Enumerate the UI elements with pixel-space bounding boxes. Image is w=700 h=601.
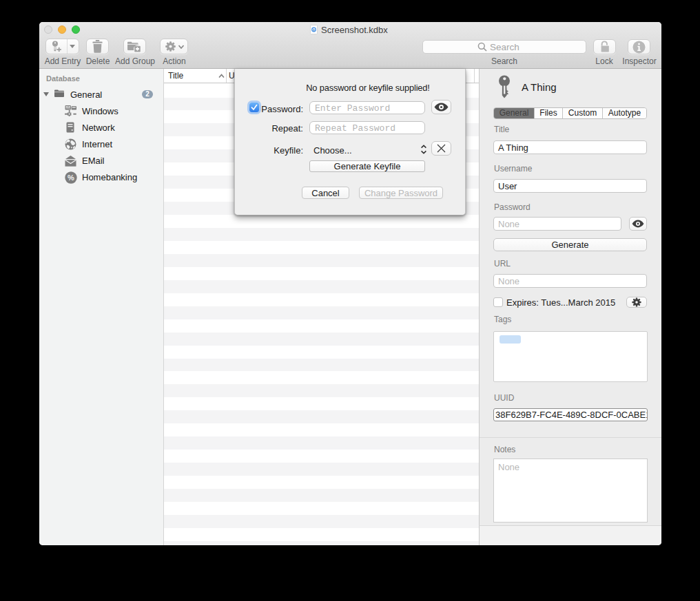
svg-text:%: % (68, 173, 74, 182)
